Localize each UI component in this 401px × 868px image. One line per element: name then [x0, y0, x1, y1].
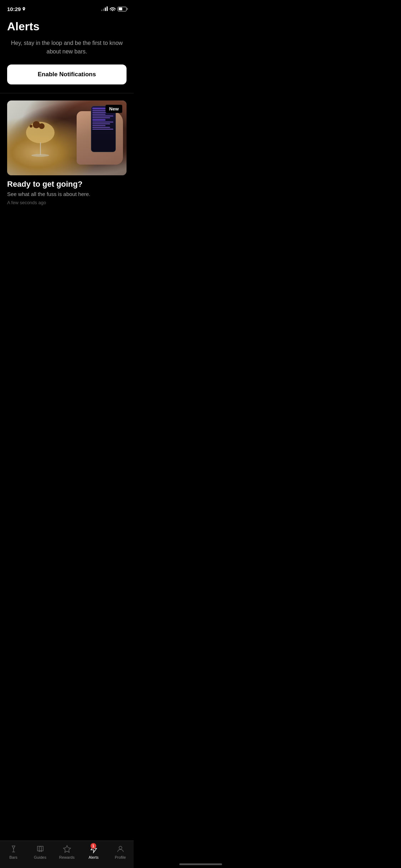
phone-hand-decoration: [73, 104, 123, 168]
signal-bars-icon: [101, 7, 108, 11]
wifi-icon: [110, 7, 115, 11]
status-time: 10:29: [7, 6, 26, 12]
card-title: Ready to get going?: [7, 180, 127, 189]
battery-icon: [118, 7, 127, 11]
card-timestamp: A few seconds ago: [7, 200, 127, 205]
page-title: Alerts: [0, 16, 134, 39]
card-description: See what all the fuss is about here.: [7, 191, 127, 197]
status-icons: [101, 7, 127, 11]
card-image: New: [7, 100, 127, 175]
status-bar: 10:29: [0, 0, 134, 16]
new-badge: New: [106, 105, 122, 113]
notification-card[interactable]: New Ready to get going? See what all the…: [7, 93, 127, 205]
cocktail-glass-decoration: [24, 122, 56, 165]
svg-point-0: [112, 10, 113, 11]
location-icon: [22, 7, 26, 11]
enable-notifications-button[interactable]: Enable Notifications: [7, 64, 127, 84]
page-subtitle: Hey, stay in the loop and be the first t…: [0, 39, 134, 64]
card-content: Ready to get going? See what all the fus…: [7, 175, 127, 205]
